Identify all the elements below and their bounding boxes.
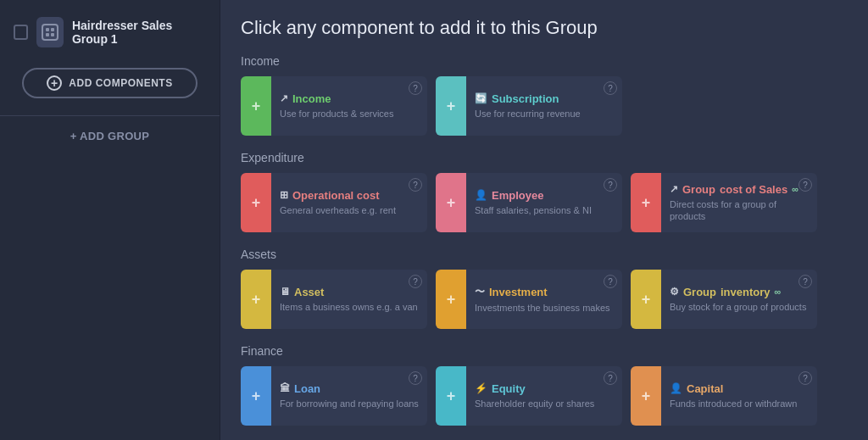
- component-accent-capital: +: [631, 366, 661, 426]
- component-name-equity: ⚡Equity: [475, 382, 615, 395]
- component-help-income[interactable]: ?: [409, 81, 422, 95]
- component-icon-investment: 〜: [475, 285, 485, 299]
- component-help-group-cost-of-sales[interactable]: ?: [798, 178, 812, 192]
- component-icon-equity: ⚡: [475, 382, 487, 394]
- add-components-button[interactable]: + ADD COMPONENTS: [22, 68, 198, 98]
- component-card-group-cost-of-sales[interactable]: +↗Group cost of Sales ∞Direct costs for …: [631, 173, 817, 232]
- section-label-expenditure: Expenditure: [241, 151, 848, 164]
- component-help-operational-cost[interactable]: ?: [409, 178, 422, 192]
- component-help-group-inventory[interactable]: ?: [798, 275, 812, 288]
- sidebar-logo: [36, 17, 64, 47]
- component-accent-investment: +: [436, 270, 466, 329]
- component-desc-equity: Shareholder equity or shares: [475, 398, 615, 409]
- component-body-group-cost-of-sales: ↗Group cost of Sales ∞Direct costs for a…: [661, 173, 817, 232]
- component-desc-employee: Staff salaries, pensions & NI: [475, 204, 615, 216]
- sections-container: Income+↗IncomeUse for products & service…: [241, 54, 848, 426]
- component-card-operational-cost[interactable]: +⊞Operational costGeneral overheads e.g.…: [241, 173, 427, 232]
- component-accent-income: +: [241, 76, 271, 136]
- section-income: Income+↗IncomeUse for products & service…: [241, 54, 848, 136]
- component-icon-subscription: 🔄: [475, 92, 487, 104]
- add-group-button[interactable]: + ADD GROUP: [70, 130, 149, 142]
- component-body-subscription: 🔄SubscriptionUse for recurring revenue: [466, 76, 622, 136]
- component-icon-asset: 🖥: [280, 286, 290, 298]
- component-card-employee[interactable]: +👤EmployeeStaff salaries, pensions & NI?: [436, 173, 622, 232]
- component-card-income[interactable]: +↗IncomeUse for products & services?: [241, 76, 427, 136]
- component-help-loan[interactable]: ?: [409, 371, 422, 385]
- component-card-loan[interactable]: +🏛LoanFor borrowing and repaying loans?: [241, 366, 427, 426]
- component-icon-capital: 👤: [670, 382, 682, 394]
- section-assets: Assets+🖥AssetItems a business owns e.g. …: [241, 248, 848, 329]
- svg-rect-1: [46, 28, 49, 31]
- component-body-loan: 🏛LoanFor borrowing and repaying loans: [271, 366, 427, 426]
- component-body-group-inventory: ⚙Group inventory ∞Buy stock for a group …: [661, 270, 817, 329]
- component-accent-group-cost-of-sales: +: [631, 173, 661, 232]
- sidebar-checkbox[interactable]: [14, 25, 28, 40]
- components-grid-assets: +🖥AssetItems a business owns e.g. a van?…: [241, 270, 848, 329]
- component-card-group-inventory[interactable]: +⚙Group inventory ∞Buy stock for a group…: [631, 270, 817, 329]
- component-card-capital[interactable]: +👤CapitalFunds introduced or withdrawn?: [631, 366, 817, 426]
- component-name-capital: 👤Capital: [670, 382, 810, 395]
- component-name-investment: 〜Investment: [475, 285, 615, 299]
- component-accent-asset: +: [241, 270, 271, 329]
- component-name-income: ↗Income: [280, 92, 420, 105]
- components-grid-finance: +🏛LoanFor borrowing and repaying loans?+…: [241, 366, 848, 426]
- component-card-equity[interactable]: +⚡EquityShareholder equity or shares?: [436, 366, 622, 426]
- sidebar-divider: [0, 115, 220, 116]
- components-grid-expenditure: +⊞Operational costGeneral overheads e.g.…: [241, 173, 848, 232]
- component-icon-group-cost-of-sales: ↗: [670, 183, 678, 195]
- component-desc-group-inventory: Buy stock for a group of products: [670, 301, 810, 313]
- component-help-equity[interactable]: ?: [604, 371, 617, 385]
- component-accent-group-inventory: +: [631, 270, 661, 329]
- component-icon-operational-cost: ⊞: [280, 189, 288, 201]
- group-link-icon: ∞: [775, 287, 782, 297]
- component-name-group-inventory: ⚙Group inventory ∞: [670, 286, 810, 298]
- component-body-income: ↗IncomeUse for products & services: [271, 76, 427, 136]
- component-help-asset[interactable]: ?: [409, 275, 422, 288]
- sidebar: Hairdresser Sales Group 1 + ADD COMPONEN…: [0, 0, 220, 440]
- section-label-assets: Assets: [241, 248, 848, 261]
- component-icon-income: ↗: [280, 92, 288, 104]
- svg-rect-0: [42, 25, 58, 40]
- sidebar-header: Hairdresser Sales Group 1: [0, 10, 220, 54]
- sidebar-title: Hairdresser Sales Group 1: [72, 19, 206, 46]
- component-name-asset: 🖥Asset: [280, 286, 420, 298]
- component-card-subscription[interactable]: +🔄SubscriptionUse for recurring revenue?: [436, 76, 622, 136]
- component-body-operational-cost: ⊞Operational costGeneral overheads e.g. …: [271, 173, 427, 232]
- component-accent-loan: +: [241, 366, 271, 426]
- section-finance: Finance+🏛LoanFor borrowing and repaying …: [241, 344, 848, 426]
- component-icon-group-inventory: ⚙: [670, 286, 679, 298]
- section-label-finance: Finance: [241, 344, 848, 358]
- svg-rect-3: [46, 33, 49, 36]
- component-help-investment[interactable]: ?: [604, 275, 617, 288]
- component-desc-operational-cost: General overheads e.g. rent: [280, 204, 420, 216]
- add-components-label: ADD COMPONENTS: [69, 77, 172, 89]
- component-icon-loan: 🏛: [280, 382, 290, 394]
- component-help-employee[interactable]: ?: [604, 178, 617, 192]
- component-desc-investment: Investments the business makes: [475, 302, 615, 314]
- component-desc-asset: Items a business owns e.g. a van: [280, 301, 420, 313]
- component-body-capital: 👤CapitalFunds introduced or withdrawn: [661, 366, 817, 426]
- component-desc-subscription: Use for recurring revenue: [475, 108, 615, 120]
- component-body-asset: 🖥AssetItems a business owns e.g. a van: [271, 270, 427, 329]
- component-desc-loan: For borrowing and repaying loans: [280, 398, 420, 409]
- section-label-income: Income: [241, 54, 848, 68]
- component-help-subscription[interactable]: ?: [604, 81, 617, 95]
- component-icon-employee: 👤: [475, 189, 487, 201]
- component-accent-subscription: +: [436, 76, 466, 136]
- components-grid-income: +↗IncomeUse for products & services?+🔄Su…: [241, 76, 848, 136]
- component-card-asset[interactable]: +🖥AssetItems a business owns e.g. a van?: [241, 270, 427, 329]
- component-desc-income: Use for products & services: [280, 108, 420, 120]
- section-expenditure: Expenditure+⊞Operational costGeneral ove…: [241, 151, 848, 232]
- component-name-group-cost-of-sales: ↗Group cost of Sales ∞: [670, 183, 810, 196]
- component-accent-operational-cost: +: [241, 173, 271, 232]
- component-name-operational-cost: ⊞Operational cost: [280, 189, 420, 202]
- component-body-employee: 👤EmployeeStaff salaries, pensions & NI: [466, 173, 622, 232]
- svg-rect-2: [51, 28, 54, 31]
- component-accent-equity: +: [436, 366, 466, 426]
- component-name-employee: 👤Employee: [475, 189, 615, 202]
- main-content: Click any component to add it to this Gr…: [220, 0, 868, 440]
- component-desc-capital: Funds introduced or withdrawn: [670, 398, 810, 409]
- component-help-capital[interactable]: ?: [798, 371, 812, 385]
- component-name-subscription: 🔄Subscription: [475, 92, 615, 105]
- component-card-investment[interactable]: +〜InvestmentInvestments the business mak…: [436, 270, 622, 329]
